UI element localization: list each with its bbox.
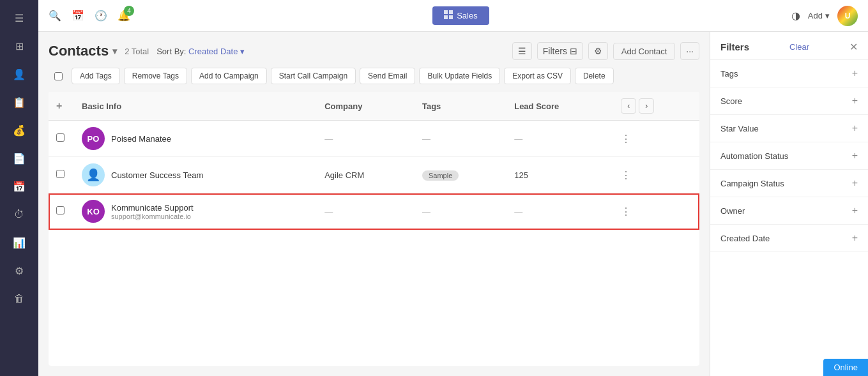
add-contact-button[interactable]: Add Contact: [613, 43, 676, 60]
filter-item-campaign-status[interactable]: Campaign Status+: [710, 170, 868, 197]
send-email-button[interactable]: Send Email: [360, 68, 415, 84]
filter-item-tags[interactable]: Tags+: [710, 60, 868, 87]
filter-item-automation-status[interactable]: Automation Status+: [710, 142, 868, 170]
contact-name[interactable]: Kommunicate Support: [111, 203, 194, 213]
table-row[interactable]: POPoised Manatee———⋮: [49, 121, 699, 157]
filter-expand-icon[interactable]: +: [852, 68, 858, 79]
sidebar-contacts-icon[interactable]: 👤: [8, 63, 31, 86]
clock-icon[interactable]: 🕐: [95, 10, 107, 22]
avatar[interactable]: 👤: [82, 163, 105, 186]
sidebar-deals-icon[interactable]: 💰: [8, 119, 31, 142]
filter-close-button[interactable]: ✕: [849, 41, 858, 53]
contact-info: POPoised Manatee: [82, 127, 309, 150]
grid-icon: [444, 10, 453, 21]
search-icon[interactable]: 🔍: [49, 10, 61, 22]
add-to-campaign-button[interactable]: Add to Campaign: [191, 68, 267, 84]
filter-expand-icon[interactable]: +: [852, 177, 858, 189]
avatar[interactable]: U: [837, 6, 858, 26]
sidebar-documents-icon[interactable]: 📄: [8, 147, 31, 170]
contact-name[interactable]: Customer Success Team: [111, 170, 203, 180]
notification-count: 4: [124, 6, 134, 16]
row-basic-info: POPoised Manatee: [74, 121, 317, 157]
svg-rect-2: [444, 15, 448, 19]
add-column-icon[interactable]: +: [56, 100, 62, 111]
chevron-down-icon: ▾: [825, 11, 830, 20]
filter-item-star-value[interactable]: Star Value+: [710, 115, 868, 142]
theme-icon[interactable]: ◑: [791, 10, 800, 22]
sidebar-menu-icon[interactable]: ☰: [8, 6, 31, 29]
filter-clear-button[interactable]: Clear: [789, 42, 809, 52]
dash: —: [422, 134, 430, 144]
sidebar-lists-icon[interactable]: 📋: [8, 91, 31, 114]
chevron-down-icon[interactable]: ▾: [112, 46, 117, 56]
avatar[interactable]: PO: [82, 127, 105, 150]
settings-button[interactable]: ⚙: [588, 42, 608, 60]
row-lead-score: —: [506, 193, 613, 230]
row-checkbox-cell: [49, 157, 74, 193]
contact-name-col: Kommunicate Supportsupport@kommunicate.i…: [111, 203, 194, 220]
th-checkbox: +: [49, 92, 74, 121]
th-tags: Tags: [415, 92, 506, 121]
row-company: Agile CRM: [317, 157, 415, 193]
select-all-checkbox[interactable]: [54, 72, 63, 80]
row-checkbox[interactable]: [56, 206, 65, 214]
filter-expand-icon[interactable]: +: [852, 150, 858, 162]
contact-info: 👤Customer Success Team: [82, 163, 309, 186]
filter-item-label: Tags: [720, 69, 738, 79]
dash: —: [324, 207, 333, 216]
row-checkbox[interactable]: [56, 170, 65, 178]
filter-item-label: Owner: [720, 206, 745, 216]
remove-tags-button[interactable]: Remove Tags: [124, 68, 187, 84]
prev-col-button[interactable]: ‹: [621, 98, 636, 114]
sort-by-label: Sort By: Created Date ▾: [156, 47, 245, 56]
filter-item-score[interactable]: Score+: [710, 87, 868, 115]
calendar-icon[interactable]: 📅: [72, 10, 84, 22]
row-company: —: [317, 121, 415, 157]
row-checkbox[interactable]: [56, 133, 65, 142]
row-more-button[interactable]: ⋮: [621, 206, 631, 218]
more-options-button[interactable]: ···: [680, 42, 699, 60]
sidebar-automation-icon[interactable]: ⚙: [8, 259, 31, 282]
sidebar-timer-icon[interactable]: ⏱: [8, 203, 31, 226]
th-lead-score: Lead Score: [506, 92, 613, 121]
add-tags-button[interactable]: Add Tags: [72, 68, 120, 84]
sidebar-reports-icon[interactable]: 📊: [8, 231, 31, 254]
row-tags: Sample: [415, 157, 506, 193]
dash: —: [514, 134, 522, 144]
filter-expand-icon[interactable]: +: [852, 123, 858, 134]
filter-item-owner[interactable]: Owner+: [710, 197, 868, 225]
filter-item-label: Score: [720, 96, 742, 106]
sales-button[interactable]: Sales: [432, 6, 489, 25]
contacts-header: Contacts ▾ 2 Total Sort By: Created Date…: [49, 42, 699, 60]
row-more-cell: ⋮: [613, 121, 699, 157]
sidebar-dashboard-icon[interactable]: ⊞: [8, 34, 31, 57]
sidebar-trash-icon[interactable]: 🗑: [8, 287, 31, 310]
add-button[interactable]: Add ▾: [808, 11, 830, 20]
avatar[interactable]: KO: [82, 200, 105, 223]
row-more-button[interactable]: ⋮: [621, 169, 631, 181]
next-col-button[interactable]: ›: [639, 98, 654, 114]
svg-rect-3: [449, 15, 453, 19]
notification-badge[interactable]: 🔔 4: [118, 10, 130, 22]
filter-expand-icon[interactable]: +: [852, 232, 858, 244]
content: Contacts ▾ 2 Total Sort By: Created Date…: [38, 32, 868, 376]
sidebar-calendar-icon[interactable]: 📅: [8, 175, 31, 198]
bulk-update-button[interactable]: Bulk Update Fields: [419, 68, 500, 84]
list-view-button[interactable]: ☰: [512, 42, 532, 60]
filter-expand-icon[interactable]: +: [852, 205, 858, 216]
topnav-center: Sales: [141, 6, 781, 25]
filter-item-label: Created Date: [720, 234, 770, 243]
svg-rect-1: [449, 10, 453, 14]
filter-item-created-date[interactable]: Created Date+: [710, 225, 868, 252]
filters-button[interactable]: Filters ⊟: [537, 42, 583, 60]
table-row[interactable]: 👤Customer Success TeamAgile CRMSample125…: [49, 157, 699, 193]
table-row[interactable]: KOKommunicate Supportsupport@kommunicate…: [49, 193, 699, 230]
export-csv-button[interactable]: Export as CSV: [504, 68, 571, 84]
online-badge: Online: [823, 359, 868, 376]
delete-button[interactable]: Delete: [575, 68, 614, 84]
filter-expand-icon[interactable]: +: [852, 95, 858, 107]
start-call-campaign-button[interactable]: Start Call Campaign: [271, 68, 356, 84]
contact-name[interactable]: Poised Manatee: [111, 134, 171, 144]
sort-field[interactable]: Created Date ▾: [188, 47, 245, 56]
row-more-button[interactable]: ⋮: [621, 133, 631, 145]
